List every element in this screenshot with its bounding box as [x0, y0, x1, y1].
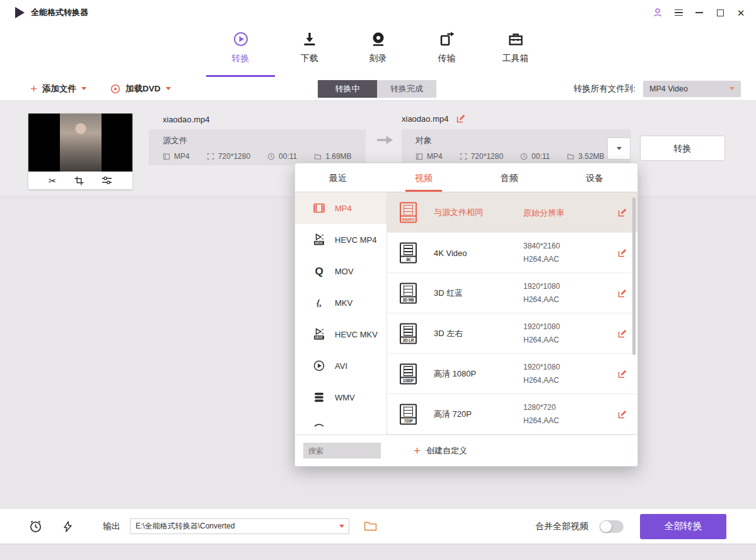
footer-bar: 输出 合并全部视频 全部转换: [0, 508, 756, 544]
video-thumbnail: ✂: [28, 114, 132, 189]
source-duration: 00:11: [279, 152, 297, 161]
preset-resolution: 原始分辨率: [523, 207, 564, 217]
crop-icon[interactable]: [74, 176, 84, 185]
format-item-mp4[interactable]: MP4: [295, 192, 387, 224]
tab-burn-label: 刻录: [369, 53, 387, 64]
format-panel: 最近 视频 音频 设备 MP4 HEVC HEVC MP4 Q MOV: [294, 163, 638, 467]
open-folder-icon[interactable]: [364, 521, 377, 532]
preset-name: 高清 1080P: [434, 368, 476, 380]
tab-toolbox[interactable]: 工具箱: [481, 25, 550, 77]
merge-toggle[interactable]: [600, 520, 624, 533]
status-segmented-control: 转换中 转换完成: [318, 80, 436, 98]
convert-button[interactable]: 转换: [640, 136, 725, 161]
file-list-area: ✂ xiaodao.mp4 源文件 MP4 720*1280 00:11 1.6…: [0, 101, 756, 508]
panel-tab-device[interactable]: 设备: [552, 163, 637, 192]
format-item-hevc-mp4[interactable]: HEVC HEVC MP4: [295, 224, 387, 255]
format-item-wmv[interactable]: WMV: [295, 382, 387, 413]
format-icon: [416, 153, 423, 160]
format-icon: [163, 153, 170, 160]
app-logo-icon: [15, 7, 25, 18]
edit-preset-icon[interactable]: [617, 288, 627, 298]
target-duration: 00:11: [532, 152, 550, 161]
preset-row-source[interactable]: source 与源文件相同 原始分辨率: [387, 192, 637, 233]
chevron-down-icon: [81, 87, 86, 90]
edit-preset-icon[interactable]: [617, 369, 627, 379]
panel-tab-audio[interactable]: 音频: [467, 163, 552, 192]
burn-disc-icon: [370, 31, 387, 47]
preset-name: 4K Video: [434, 248, 467, 257]
convert-all-button[interactable]: 全部转换: [640, 514, 726, 539]
target-resolution: 720*1280: [471, 152, 503, 161]
preset-row-720p[interactable]: 720P 高清 720P 1280*720H264,AAC: [387, 394, 637, 435]
convert-icon: [233, 31, 249, 47]
source-size: 1.69MB: [325, 152, 351, 161]
format-label: MKV: [335, 298, 352, 308]
merge-videos-label: 合并全部视频: [535, 521, 588, 532]
main-nav: 转换 下载 刻录 传输 工具箱: [0, 25, 756, 77]
search-input[interactable]: [303, 443, 381, 458]
tab-burn[interactable]: 刻录: [344, 25, 412, 77]
source-resolution: 720*1280: [218, 152, 250, 161]
preset-resolution: 1280*720: [523, 401, 559, 414]
source-info-box: 源文件 MP4 720*1280 00:11 1.69MB: [149, 129, 366, 165]
performance-bolt-icon[interactable]: [62, 520, 74, 534]
tab-download[interactable]: 下载: [275, 25, 344, 77]
menu-icon[interactable]: [673, 8, 683, 18]
svg-text:HEVC: HEVC: [315, 336, 323, 339]
effects-sliders-icon[interactable]: [102, 176, 112, 185]
format-item-partial[interactable]: [295, 413, 387, 436]
edit-preset-icon[interactable]: [617, 248, 627, 258]
edit-preset-icon[interactable]: [617, 329, 627, 339]
panel-tab-recent[interactable]: 最近: [295, 163, 381, 192]
convert-arrow-icon: [376, 134, 395, 146]
add-files-button[interactable]: + 添加文件: [30, 83, 86, 95]
target-size: 3.52MB: [578, 152, 604, 161]
format-label: AVI: [335, 361, 347, 371]
minimize-button[interactable]: [694, 8, 704, 18]
preset-codec: H264,AAC: [523, 253, 560, 266]
tab-converted[interactable]: 转换完成: [377, 80, 436, 98]
panel-scrollbar-thumb[interactable]: [632, 197, 636, 355]
format-item-mkv[interactable]: {, MKV: [295, 287, 387, 318]
tab-converting[interactable]: 转换中: [318, 80, 377, 98]
rename-edit-icon[interactable]: [456, 114, 466, 124]
output-path-select[interactable]: [130, 518, 349, 534]
preset-row-3d-lr[interactable]: 3D LR 3D 左右 1920*1080H264,AAC: [387, 313, 637, 354]
output-path-input[interactable]: [130, 518, 349, 534]
preset-row-3d-rb[interactable]: 3D RB 3D 红蓝 1920*1080H264,AAC: [387, 273, 637, 313]
edit-preset-icon[interactable]: [617, 207, 627, 218]
chevron-down-icon: [339, 525, 344, 528]
trim-icon[interactable]: ✂: [49, 176, 57, 185]
target-info-box: 对象 MP4 720*1280 00:11 3.52MB: [402, 129, 631, 165]
account-icon[interactable]: [653, 8, 663, 18]
output-format-value: MP4 Video: [649, 85, 688, 93]
create-custom-button[interactable]: + 创建自定义: [414, 445, 467, 457]
preset-name: 3D 左右: [434, 328, 463, 339]
output-format-dropdown[interactable]: MP4 Video: [643, 81, 741, 97]
tab-convert-label: 转换: [232, 53, 250, 64]
format-item-hevc-mkv[interactable]: HEVC HEVC MKV: [295, 318, 387, 350]
convert-all-to-label: 转换所有文件到:: [574, 83, 636, 95]
video-frame: [28, 114, 132, 172]
schedule-clock-icon[interactable]: [28, 519, 43, 534]
preset-row-4k[interactable]: 4K 4K Video 3840*2160H264,AAC: [387, 233, 637, 273]
format-label: HEVC MP4: [335, 235, 376, 245]
target-file-name: xiaodao.mp4: [402, 114, 448, 124]
filesize-icon: [567, 153, 574, 160]
tab-transfer[interactable]: 传输: [412, 25, 481, 77]
title-bar: 全能格式转换器 ✕: [0, 0, 756, 25]
source-file-name: xiaodao.mp4: [163, 115, 209, 124]
format-item-mov[interactable]: Q MOV: [295, 255, 387, 287]
resolution-icon: [460, 153, 467, 160]
load-dvd-button[interactable]: 加载DVD: [110, 83, 171, 95]
toggle-knob: [600, 521, 612, 532]
maximize-button[interactable]: [715, 8, 725, 18]
tab-convert[interactable]: 转换: [206, 25, 275, 77]
format-list: MP4 HEVC HEVC MP4 Q MOV {, MKV HEVC HEVC…: [295, 192, 387, 436]
target-format-dropdown-button[interactable]: [607, 137, 631, 160]
preset-row-1080p[interactable]: 1080P 高清 1080P 1920*1080H264,AAC: [387, 354, 637, 394]
panel-tab-video[interactable]: 视频: [381, 163, 467, 192]
format-item-avi[interactable]: AVI: [295, 350, 387, 382]
close-button[interactable]: ✕: [736, 8, 746, 18]
edit-preset-icon[interactable]: [617, 409, 627, 419]
